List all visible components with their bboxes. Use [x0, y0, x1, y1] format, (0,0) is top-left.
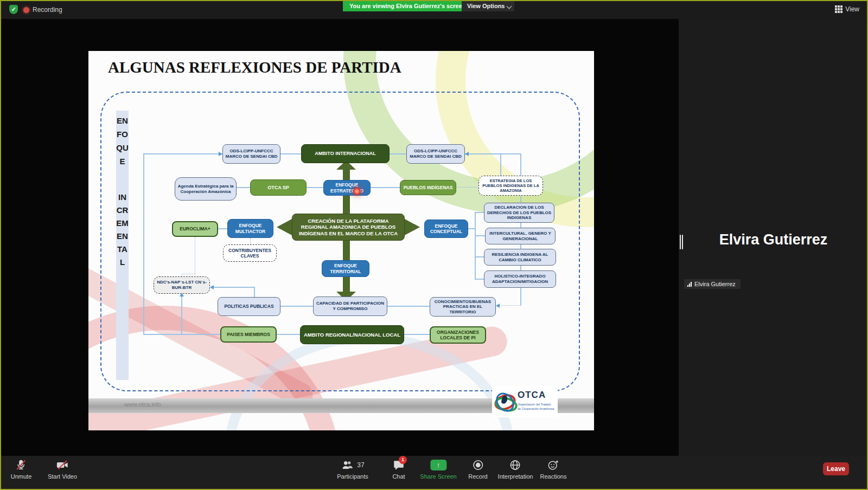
viewing-screen-banner: You are viewing Elvira Gutierrez's scree…	[343, 1, 473, 11]
box-otca-sp: OTCA SP	[250, 179, 307, 196]
otca-logo-text: OTCA	[518, 390, 546, 401]
interpretation-label: Interpretation	[498, 473, 533, 480]
share-screen-button[interactable]: ↑ Share Screen	[420, 459, 456, 480]
record-button[interactable]: Record	[468, 459, 487, 480]
vertical-label-strip: ENFOQUE INCREMENTAL	[116, 111, 129, 380]
share-screen-label: Share Screen	[420, 473, 456, 480]
view-label: View	[845, 5, 859, 13]
start-video-button[interactable]: Start Video	[48, 459, 77, 480]
speaker-name: Elvira Gutierrez	[679, 231, 868, 248]
participant-name-tag-label: Elvira Gutierrez	[694, 281, 736, 287]
box-ambito-internacional: AMBITO INTERNACIONAL	[301, 144, 390, 163]
record-label: Record	[468, 473, 487, 480]
box-paises-miembros: PAISES MIEMBROS	[220, 326, 277, 343]
chat-unread-badge: 1	[399, 456, 407, 464]
box-pueblos-indigenas: PUEBLOS INDÍGENAS	[400, 180, 456, 195]
box-ambito-regional: AMBITO REGIONAL/NACIONAL LOCAL	[300, 325, 404, 344]
otca-logo-swirl-icon	[493, 388, 516, 414]
box-enfoque-territorial: ENFOQUE TERRITORIAL	[322, 260, 369, 277]
chat-button[interactable]: 1 Chat	[392, 459, 405, 480]
box-organizaciones-locales: ORGANIZACIONES LOCALES DE PI	[430, 326, 486, 344]
participants-count: 37	[357, 461, 364, 469]
grid-view-icon	[835, 5, 843, 13]
chat-label: Chat	[392, 473, 405, 480]
otca-logo: OTCA Organización del Tratado de Coopera…	[492, 386, 558, 417]
reactions-smiley-icon	[547, 459, 560, 472]
box-estrategia-pueblos: ESTRATEGIA DE LOS PUEBLOS INDIGENAS DE L…	[478, 176, 543, 196]
mic-muted-icon	[15, 459, 28, 472]
audio-signal-icon	[687, 282, 692, 287]
reactions-button[interactable]: Reactions	[540, 459, 567, 480]
view-options-button[interactable]: View Options	[462, 1, 514, 11]
box-holistico: HOLISTICO-INTEGRADO ADAPTACION/MITIGACIO…	[484, 270, 556, 288]
zoom-meeting-window: ✓ Recording You are viewing Elvira Gutie…	[0, 0, 868, 490]
participants-icon	[341, 459, 355, 472]
vertical-label-enfoque: ENFOQUE	[116, 114, 129, 168]
security-shield-icon[interactable]: ✓	[9, 5, 18, 14]
otca-logo-subtitle-1: Organización del Tratado	[518, 403, 551, 406]
box-enfoque-conceptual: ENFOQUE CONCEPTUAL	[424, 220, 468, 238]
slide-footer-url: www.otca.info	[124, 401, 161, 408]
interpretation-button[interactable]: Interpretation	[498, 459, 533, 480]
box-ods-left: ODS-LCIPP-UNFCCC MARCO DE SENDAI CBD	[222, 144, 280, 164]
laser-pointer-dot	[353, 188, 361, 195]
box-ndc: NDC's-NAP´s-LST CN´s-BUR-BTR	[154, 276, 210, 294]
participants-label: Participants	[337, 473, 368, 480]
chevron-down-icon	[507, 4, 512, 9]
box-creacion-plataforma: CREACIÓN DE LA PLATAFORMA REGIONAL AMAZO…	[292, 214, 405, 241]
box-agenda-estrategica: Agenda Estratégica para la Cooperación A…	[175, 177, 237, 201]
box-contribuyentes-claves: CONTRIBUYENTES CLAVES	[223, 244, 277, 262]
box-capacidad-participacion: CAPACIDAD DE PARTICIPACION Y COMPROMISO	[313, 296, 387, 316]
box-resiliencia: RESILIENCIA INDIGENA AL CAMBIO CLIMATICO	[484, 249, 556, 266]
view-options-label: View Options	[467, 3, 505, 9]
participant-name-tag: Elvira Gutierrez	[684, 279, 741, 289]
share-screen-icon: ↑	[430, 460, 446, 470]
participant-video-panel: Elvira Gutierrez Elvira Gutierrez	[679, 19, 868, 456]
unmute-label: Unmute	[11, 473, 32, 480]
globe-icon	[509, 459, 522, 472]
box-enfoque-estrategico: ENFOQUE ESTRATEGICO	[323, 180, 371, 196]
video-off-icon	[55, 459, 69, 472]
box-enfoque-multiactor: ENFOQUE MULTIACTOR	[227, 219, 273, 238]
box-declaracion-derechos: DECLARACION DE LOS DERECHOS DE LOS PUEBL…	[484, 203, 554, 223]
meeting-toolbar: Unmute Start Video	[1, 456, 867, 490]
box-politicas-publicas: POLITICAS PUBLICAS	[218, 297, 280, 316]
shared-screen-region: ALGUNAS REFLEXIONES DE PARTIDA ENFOQUE I…	[1, 19, 679, 456]
box-intercultural: INTERCULTURAL. GENERO Y GENERACIONAL	[485, 228, 556, 244]
participants-button[interactable]: 37 Participants	[337, 459, 368, 480]
slide-title: ALGUNAS REFLEXIONES DE PARTIDA	[108, 59, 401, 76]
leave-button[interactable]: Leave	[823, 462, 849, 475]
start-video-label: Start Video	[48, 473, 77, 480]
view-button[interactable]: View	[835, 5, 859, 13]
reactions-label: Reactions	[540, 473, 567, 480]
box-ods-right: ODS-LCIPP-UNFCCC MARCO DE SENDAI CBD	[406, 144, 465, 164]
box-euroclima: EUROCLIMA+	[172, 221, 218, 237]
vertical-label-incremental: INCREMENTAL	[116, 191, 129, 269]
meeting-top-bar: ✓ Recording You are viewing Elvira Gutie…	[1, 1, 867, 19]
unmute-button[interactable]: Unmute	[11, 459, 32, 480]
panel-divider-handle[interactable]	[680, 235, 681, 249]
shared-screen-slide: ALGUNAS REFLEXIONES DE PARTIDA ENFOQUE I…	[88, 51, 594, 430]
recording-icon	[23, 7, 29, 13]
otca-logo-subtitle-2: de Cooperación Amazónica	[518, 407, 554, 410]
box-conocimientos: CONOCIMIENTOS/BUENAS PRACTICAS EN EL TER…	[430, 297, 496, 317]
record-icon	[471, 459, 484, 472]
recording-label: Recording	[33, 6, 62, 14]
